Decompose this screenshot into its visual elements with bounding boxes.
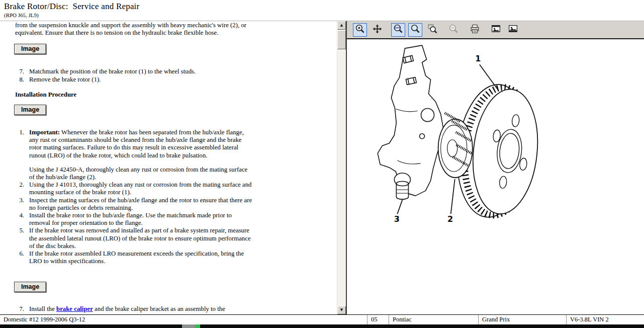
step-number: 6. [15, 250, 24, 265]
pan-button[interactable] [370, 23, 384, 37]
up-arrow-icon: ▲ [340, 24, 343, 27]
list-item: 2. Using the J 41013, thoroughly clean a… [15, 181, 327, 196]
step-paragraph: Using the J 42450-A, thoroughly clean an… [29, 166, 253, 181]
step-number: 3. [15, 197, 24, 212]
zoom-area-icon [427, 24, 438, 36]
important-label: Important: [29, 129, 60, 136]
status-engine: V6-3.8L VIN 2 [566, 315, 644, 324]
image-export-icon [508, 24, 518, 36]
brake-caliper-link[interactable]: brake caliper [56, 305, 93, 312]
taskbar-strip [0, 324, 644, 328]
list-item: 7. Install the brake caliper and the bra… [15, 305, 327, 313]
step-text: Install the brake rotor to the hub/axle … [29, 212, 253, 227]
step-paragraph: Important: Whenever the brake rotor has … [29, 129, 253, 159]
step-text-body: Whenever the brake rotor has been separa… [29, 129, 244, 159]
step-number: 1. [15, 129, 24, 181]
step-text: Important: Whenever the brake rotor has … [29, 129, 253, 181]
taskbar-fragment [182, 324, 195, 328]
document-panel: from the suspension knuckle and support … [0, 21, 346, 314]
image-toolbar: 100% [347, 21, 644, 39]
step-text-after-link: and the brake caliper bracket as an asse… [93, 305, 225, 312]
step-number: 2. [15, 181, 24, 196]
list-item: 4. Install the brake rotor to the hub/ax… [15, 212, 327, 227]
zoom-area-button[interactable] [425, 23, 439, 37]
step-text: Install the brake caliper and the brake … [29, 305, 253, 313]
callout-2: 2 [447, 214, 453, 224]
image-copy-button[interactable] [489, 23, 503, 37]
callout-3: 3 [394, 214, 400, 224]
figure-area[interactable]: 1 2 3 [347, 39, 644, 314]
step-number: 7. [15, 68, 24, 75]
zoom-out-button [446, 23, 461, 37]
page-title: Brake Rotor/Disc: Service and Repair [4, 2, 640, 12]
step-text: If the brake rotor assembled LRO measure… [29, 250, 253, 265]
scroll-down-button[interactable]: ▼ [337, 306, 346, 314]
step-text: Matchmark the position of the brake roto… [29, 68, 253, 75]
list-item: 5. If the brake rotor was removed and in… [15, 227, 327, 250]
status-code: 05 [367, 315, 389, 324]
zoom-window-button[interactable] [408, 23, 422, 37]
list-item: 6. If the brake rotor assembled LRO meas… [15, 250, 327, 265]
list-item: 8. Remove the brake rotor (1). [15, 76, 327, 84]
image-panel: 100% [347, 21, 644, 314]
brake-rotor-diagram: 1 2 3 [347, 39, 644, 314]
step-text: Inspect the mating surfaces of the hub/a… [29, 197, 253, 212]
status-make: Pontiac [389, 315, 478, 324]
step-number: 8. [15, 76, 24, 84]
step-text: If the brake rotor was removed and insta… [29, 227, 253, 250]
zoom-out-icon [448, 24, 459, 36]
step-number: 7. [15, 305, 24, 313]
zoom-100-icon: 100% [393, 24, 404, 36]
zoom-in-button[interactable] [353, 23, 367, 37]
scrollbar-thumb[interactable] [337, 30, 346, 49]
list-item: 3. Inspect the mating surfaces of the hu… [15, 197, 327, 212]
app-window: Brake Rotor/Disc: Service and Repair (RP… [0, 0, 644, 328]
main-area: from the suspension knuckle and support … [0, 21, 644, 314]
status-bar: Domestic #12 1999-2006 Q3-12 05 Pontiac … [0, 314, 644, 324]
image-copy-icon [491, 24, 501, 36]
zoom-100-button[interactable]: 100% [391, 23, 405, 37]
step-text: Remove the brake rotor (1). [29, 76, 253, 84]
intro-paragraph: from the suspension knuckle and support … [15, 22, 266, 37]
print-icon [470, 24, 480, 36]
image-button-3[interactable]: Image [14, 282, 46, 292]
page-subtitle: (RPO J65, JL9) [4, 12, 640, 18]
pan-icon [372, 24, 383, 36]
removal-steps-list: 7. Matchmark the position of the brake r… [15, 68, 327, 83]
zoom-window-icon [410, 24, 421, 36]
installation-procedure-heading: Installation Procedure [15, 91, 327, 99]
step-number: 4. [15, 212, 24, 227]
image-button-1[interactable]: Image [14, 44, 46, 54]
step-number: 5. [15, 227, 24, 250]
zoom-in-icon [355, 24, 365, 36]
installation-steps-list: 1. Important: Whenever the brake rotor h… [15, 129, 327, 265]
down-arrow-icon: ▼ [340, 308, 343, 312]
print-button[interactable] [468, 23, 482, 37]
list-item: 7. Matchmark the position of the brake r… [15, 68, 327, 75]
status-model: Grand Prix [478, 315, 566, 324]
taskbar-fragment-green [195, 324, 200, 328]
image-export-button[interactable] [506, 23, 520, 37]
callout-1: 1 [475, 54, 481, 63]
scroll-up-button[interactable]: ▲ [337, 21, 346, 30]
step-text: Using the J 41013, thoroughly clean any … [29, 181, 253, 196]
document-scrollbar[interactable]: ▲ ▼ [337, 21, 346, 314]
document-content: from the suspension knuckle and support … [0, 21, 337, 314]
title-bar: Brake Rotor/Disc: Service and Repair (RP… [0, 0, 644, 21]
knuckle-outline [378, 45, 443, 199]
image-button-2[interactable]: Image [14, 105, 46, 115]
list-item: 1. Important: Whenever the brake rotor h… [15, 129, 327, 181]
step-text-before-link: Install the [29, 305, 56, 312]
svg-text:100%: 100% [394, 27, 400, 29]
status-database: Domestic #12 1999-2006 Q3-12 [0, 315, 367, 324]
